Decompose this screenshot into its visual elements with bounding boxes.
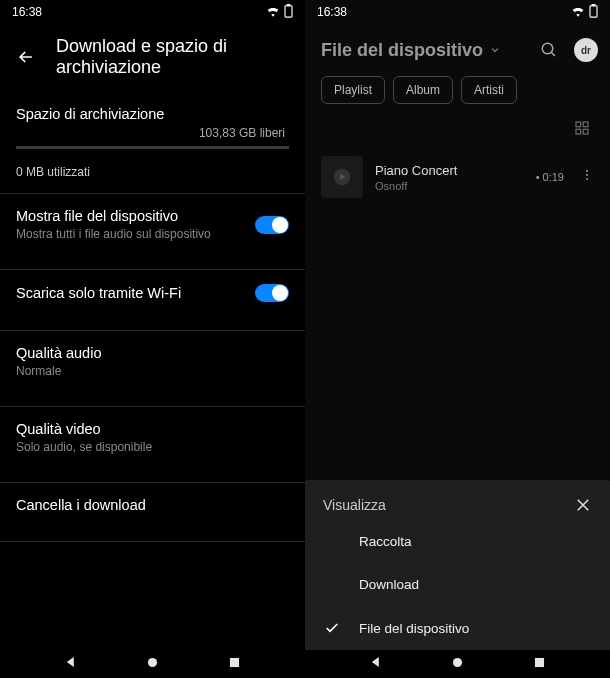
avatar[interactable]: dr xyxy=(574,38,598,62)
svg-rect-4 xyxy=(590,5,597,16)
row-title: Cancella i download xyxy=(16,497,289,513)
row-clear-downloads[interactable]: Cancella i download xyxy=(0,483,305,527)
track-artist: Osnoff xyxy=(375,180,526,192)
tabs: Playlist Album Artisti xyxy=(305,76,610,118)
svg-point-15 xyxy=(453,658,462,667)
status-bar: 16:38 xyxy=(0,0,305,24)
menu-item-file-dispositivo[interactable]: File del dispositivo xyxy=(305,606,610,650)
nav-bar xyxy=(305,650,610,678)
storage-used: 0 MB utilizzati xyxy=(0,157,305,179)
storage-progress xyxy=(16,146,289,149)
nav-home-icon[interactable] xyxy=(451,655,464,673)
status-bar: 16:38 xyxy=(305,0,610,24)
menu-label: Download xyxy=(359,577,419,592)
menu-label: Raccolta xyxy=(359,534,412,549)
toggle-show-files[interactable] xyxy=(255,216,289,234)
row-title: Qualità audio xyxy=(16,345,289,361)
tab-album[interactable]: Album xyxy=(393,76,453,104)
divider xyxy=(0,541,305,542)
close-button[interactable] xyxy=(574,496,592,514)
svg-point-13 xyxy=(586,174,588,176)
nav-back-icon[interactable] xyxy=(64,655,78,673)
settings-screen: 16:38 Download e spazio di archiviazione… xyxy=(0,0,305,678)
svg-point-2 xyxy=(148,658,157,667)
row-sub: Normale xyxy=(16,364,289,378)
status-icons xyxy=(266,4,293,21)
row-sub: Solo audio, se disponibile xyxy=(16,440,289,454)
wifi-icon xyxy=(266,5,280,20)
storage-section: Spazio di archiviazione 103,83 GB liberi xyxy=(0,92,305,157)
row-sub: Mostra tutti i file audio sul dispositiv… xyxy=(16,227,255,241)
track-duration: • 0:19 xyxy=(536,171,564,183)
row-show-files[interactable]: Mostra file del dispositivo Mostra tutti… xyxy=(0,194,305,255)
page-title-text: File del dispositivo xyxy=(321,40,483,61)
storage-header: Spazio di archiviazione xyxy=(16,106,289,122)
status-icons xyxy=(571,4,598,21)
track-more-button[interactable] xyxy=(576,164,598,190)
toggle-wifi-only[interactable] xyxy=(255,284,289,302)
svg-rect-10 xyxy=(583,129,588,134)
status-time: 16:38 xyxy=(317,5,347,19)
status-time: 16:38 xyxy=(12,5,42,19)
menu-item-download[interactable]: Download xyxy=(305,563,610,606)
svg-rect-1 xyxy=(287,4,290,6)
grid-view-button[interactable] xyxy=(305,118,610,146)
nav-recent-icon[interactable] xyxy=(533,655,546,673)
track-title: Piano Concert xyxy=(375,163,526,178)
menu-item-raccolta[interactable]: Raccolta xyxy=(305,520,610,563)
battery-icon xyxy=(284,4,293,21)
svg-rect-0 xyxy=(285,5,292,16)
check-icon xyxy=(323,620,341,636)
row-wifi-only[interactable]: Scarica solo tramite Wi-Fi xyxy=(0,270,305,316)
svg-rect-5 xyxy=(592,4,595,6)
svg-rect-7 xyxy=(576,122,581,127)
row-audio-quality[interactable]: Qualità audio Normale xyxy=(0,331,305,392)
menu-label: File del dispositivo xyxy=(359,621,469,636)
svg-point-6 xyxy=(542,43,553,54)
overlay-title: Visualizza xyxy=(323,497,386,513)
svg-rect-16 xyxy=(535,658,544,667)
page-title-dropdown[interactable]: File del dispositivo xyxy=(321,40,530,61)
tab-artisti[interactable]: Artisti xyxy=(461,76,517,104)
header: Download e spazio di archiviazione xyxy=(0,24,305,92)
library-screen: 16:38 File del dispositivo dr Playlist A… xyxy=(305,0,610,678)
svg-rect-9 xyxy=(576,129,581,134)
nav-recent-icon[interactable] xyxy=(228,655,241,673)
chevron-down-icon xyxy=(489,44,501,56)
search-button[interactable] xyxy=(540,41,558,59)
row-title: Scarica solo tramite Wi-Fi xyxy=(16,285,255,301)
row-title: Qualità video xyxy=(16,421,289,437)
page-title: Download e spazio di archiviazione xyxy=(56,36,289,78)
svg-point-12 xyxy=(586,170,588,172)
nav-bar xyxy=(0,650,305,678)
storage-free: 103,83 GB liberi xyxy=(16,126,289,140)
header: File del dispositivo dr xyxy=(305,24,610,76)
track-artwork xyxy=(321,156,363,198)
nav-home-icon[interactable] xyxy=(146,655,159,673)
nav-back-icon[interactable] xyxy=(369,655,383,673)
back-button[interactable] xyxy=(16,47,36,67)
view-menu-overlay: Visualizza Raccolta Download File del di… xyxy=(305,480,610,650)
svg-point-14 xyxy=(586,178,588,180)
svg-rect-3 xyxy=(230,658,239,667)
svg-rect-8 xyxy=(583,122,588,127)
track-row[interactable]: Piano Concert Osnoff • 0:19 xyxy=(305,146,610,208)
row-title: Mostra file del dispositivo xyxy=(16,208,255,224)
battery-icon xyxy=(589,4,598,21)
tab-playlist[interactable]: Playlist xyxy=(321,76,385,104)
wifi-icon xyxy=(571,5,585,20)
row-video-quality[interactable]: Qualità video Solo audio, se disponibile xyxy=(0,407,305,468)
